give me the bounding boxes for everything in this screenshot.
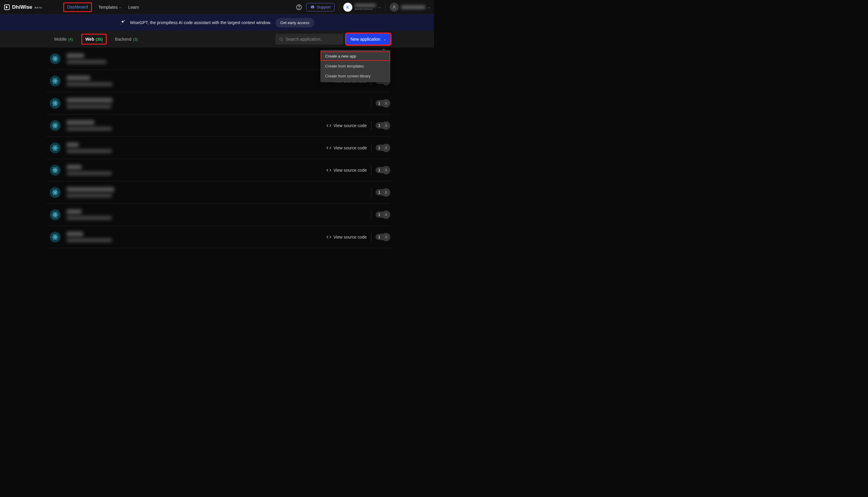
topbar-right: Support K WORKSPACE ⌄ ⌄: [296, 3, 430, 12]
svg-point-32: [55, 170, 56, 171]
nav-learn[interactable]: Learn: [128, 5, 139, 10]
app-row[interactable]: View source code1: [47, 226, 390, 248]
brand-logo[interactable]: DhiWise BETA: [4, 4, 42, 11]
person-icon: [384, 124, 388, 127]
app-row[interactable]: View source code1: [47, 159, 390, 181]
app-info: [67, 142, 112, 153]
svg-point-22: [55, 125, 56, 126]
tab-web-label: Web: [85, 37, 94, 42]
platform-tabs: Mobile (4) Web (35) Backend (3): [51, 34, 141, 45]
app-row[interactable]: 1: [47, 204, 390, 226]
banner-text: WiseGPT, the promptless AI code assistan…: [130, 20, 271, 25]
user-menu[interactable]: ⌄: [390, 3, 430, 12]
person-icon: [384, 235, 388, 239]
view-source-label: View source code: [334, 123, 367, 128]
brand-name: DhiWise: [12, 4, 32, 10]
view-source-link[interactable]: View source code: [326, 235, 367, 240]
member-avatar: [382, 166, 390, 174]
workspace-info: WORKSPACE: [355, 4, 376, 11]
dropdown-create-new[interactable]: Create a new app: [320, 51, 390, 61]
app-subtitle-blurred: [67, 60, 107, 64]
tab-mobile[interactable]: Mobile (4): [51, 34, 76, 44]
dropdown-from-library[interactable]: Create from screen library: [320, 71, 390, 81]
workspace-name-blurred: [355, 4, 376, 7]
tab-web[interactable]: Web (35): [81, 34, 107, 45]
app-title-blurred: [67, 142, 79, 147]
svg-point-26: [386, 124, 387, 126]
app-subtitle-blurred: [67, 171, 112, 175]
member-pill[interactable]: 1: [376, 122, 390, 130]
member-avatar: [382, 188, 390, 197]
chevron-down-icon: ⌄: [428, 5, 430, 9]
member-pill[interactable]: 1: [376, 211, 390, 219]
svg-point-37: [55, 192, 56, 193]
dropdown-from-templates[interactable]: Create from templates: [320, 61, 390, 71]
app-title-blurred: [67, 75, 90, 81]
app-title-blurred: [67, 187, 114, 192]
search-input[interactable]: [286, 37, 340, 42]
app-subtitle-blurred: [67, 82, 112, 86]
tab-backend[interactable]: Backend (3): [112, 34, 141, 44]
view-source-link[interactable]: View source code: [326, 168, 367, 173]
app-row-actions: View source code1: [326, 165, 390, 175]
person-icon: [392, 5, 396, 9]
help-icon[interactable]: [296, 4, 302, 10]
svg-point-31: [386, 147, 387, 148]
svg-point-42: [55, 214, 56, 215]
member-pill[interactable]: 1: [376, 144, 390, 152]
tab-mobile-count: (4): [68, 37, 73, 42]
tab-backend-label: Backend: [115, 37, 131, 42]
app-info: [67, 75, 112, 86]
search-box[interactable]: [276, 34, 343, 45]
app-row[interactable]: 1: [47, 181, 390, 204]
app-title-blurred: [67, 232, 83, 237]
view-source-link[interactable]: View source code: [326, 145, 367, 150]
app-row-actions: 1: [371, 188, 390, 197]
svg-point-41: [386, 191, 387, 193]
banner-cta-button[interactable]: Get early access: [276, 18, 314, 27]
discord-icon: [310, 5, 315, 10]
app-row[interactable]: View source code1: [47, 137, 390, 159]
new-application-button[interactable]: New application ⌄: [346, 34, 390, 45]
tab-web-count: (35): [96, 37, 102, 42]
app-row[interactable]: 1: [47, 92, 390, 114]
app-subtitle-blurred: [67, 216, 112, 220]
svg-point-36: [386, 169, 387, 170]
member-pill[interactable]: 1: [376, 188, 390, 197]
app-icon: [50, 187, 60, 198]
member-pill[interactable]: 1: [376, 99, 390, 108]
tab-backend-count: (3): [133, 37, 138, 42]
view-source-link[interactable]: View source code: [326, 123, 367, 128]
support-button[interactable]: Support: [306, 3, 335, 12]
app-info: [67, 120, 112, 131]
nav-templates-label: Templates: [99, 5, 118, 10]
svg-point-12: [55, 81, 56, 82]
divider: [339, 3, 339, 11]
new-app-dropdown: Create a new app Create from templates C…: [320, 50, 390, 82]
chevron-down-icon: ⌄: [383, 37, 386, 41]
svg-point-4: [124, 20, 125, 21]
workspace-label: WORKSPACE: [355, 8, 376, 11]
app-icon: [50, 98, 60, 109]
new-app-label: New application: [351, 37, 380, 42]
member-avatar: [382, 144, 390, 152]
svg-point-47: [55, 237, 56, 238]
nav-dashboard[interactable]: Dashboard: [63, 2, 92, 12]
app-info: [67, 209, 112, 220]
person-icon: [384, 146, 388, 150]
view-source-label: View source code: [334, 145, 367, 150]
divider: [385, 3, 386, 11]
app-row-actions: View source code1: [326, 143, 390, 153]
subheader: Mobile (4) Web (35) Backend (3) New appl…: [0, 31, 434, 47]
svg-point-27: [55, 147, 56, 148]
member-avatar: [382, 122, 390, 130]
app-info: [67, 165, 112, 175]
member-avatar: [382, 99, 390, 108]
member-pill[interactable]: 1: [376, 233, 390, 241]
app-icon: [50, 53, 60, 64]
app-row[interactable]: View source code1: [47, 114, 390, 137]
nav-templates[interactable]: Templates ⌄: [99, 5, 122, 10]
member-pill[interactable]: 1: [376, 166, 390, 174]
tab-mobile-label: Mobile: [54, 37, 67, 42]
workspace-switcher[interactable]: K WORKSPACE ⌄: [343, 3, 381, 12]
